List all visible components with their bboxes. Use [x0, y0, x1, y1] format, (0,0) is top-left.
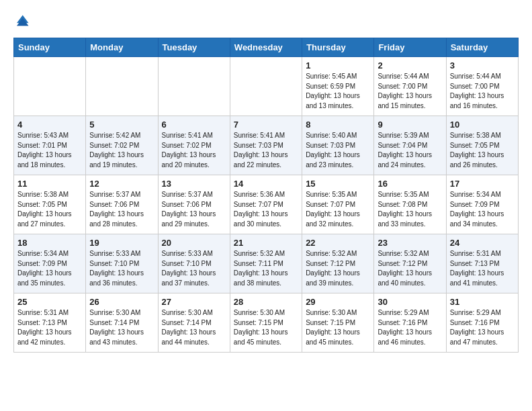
day-number: 14 — [234, 179, 298, 189]
day-number: 21 — [234, 238, 298, 248]
calendar-cell: 7Sunrise: 5:41 AM Sunset: 7:03 PM Daylig… — [230, 116, 302, 175]
logo — [13, 12, 30, 28]
calendar-cell: 1Sunrise: 5:45 AM Sunset: 6:59 PM Daylig… — [302, 57, 374, 116]
day-number: 3 — [450, 60, 515, 71]
day-number: 25 — [17, 297, 82, 307]
cell-info: Sunrise: 5:32 AM Sunset: 7:12 PM Dayligh… — [378, 249, 442, 288]
calendar-cell: 18Sunrise: 5:34 AM Sunset: 7:09 PM Dayli… — [14, 234, 86, 293]
day-number: 11 — [17, 179, 82, 189]
calendar-cell: 10Sunrise: 5:38 AM Sunset: 7:05 PM Dayli… — [446, 116, 518, 175]
cell-info: Sunrise: 5:34 AM Sunset: 7:09 PM Dayligh… — [450, 190, 515, 229]
calendar-cell: 14Sunrise: 5:36 AM Sunset: 7:07 PM Dayli… — [230, 175, 302, 234]
cell-info: Sunrise: 5:41 AM Sunset: 7:03 PM Dayligh… — [234, 131, 298, 170]
calendar-week-3: 11Sunrise: 5:38 AM Sunset: 7:05 PM Dayli… — [14, 175, 519, 234]
cell-info: Sunrise: 5:35 AM Sunset: 7:07 PM Dayligh… — [306, 190, 370, 229]
cell-info: Sunrise: 5:39 AM Sunset: 7:04 PM Dayligh… — [378, 131, 442, 170]
day-number: 31 — [450, 297, 515, 307]
cell-info: Sunrise: 5:32 AM Sunset: 7:11 PM Dayligh… — [234, 249, 298, 288]
day-number: 5 — [89, 120, 154, 130]
cell-info: Sunrise: 5:37 AM Sunset: 7:06 PM Dayligh… — [89, 190, 154, 229]
calendar-cell: 19Sunrise: 5:33 AM Sunset: 7:10 PM Dayli… — [86, 234, 158, 293]
calendar-cell: 30Sunrise: 5:29 AM Sunset: 7:16 PM Dayli… — [374, 293, 446, 353]
cell-info: Sunrise: 5:35 AM Sunset: 7:08 PM Dayligh… — [378, 190, 442, 229]
header-sunday: Sunday — [14, 38, 86, 57]
calendar-cell: 22Sunrise: 5:32 AM Sunset: 7:12 PM Dayli… — [302, 234, 374, 293]
cell-info: Sunrise: 5:40 AM Sunset: 7:03 PM Dayligh… — [306, 131, 370, 170]
day-number: 18 — [17, 238, 82, 248]
calendar-page: Sunday Monday Tuesday Wednesday Thursday… — [0, 0, 532, 365]
cell-info: Sunrise: 5:45 AM Sunset: 6:59 PM Dayligh… — [306, 72, 370, 111]
header-monday: Monday — [86, 38, 158, 57]
calendar-week-4: 18Sunrise: 5:34 AM Sunset: 7:09 PM Dayli… — [14, 234, 519, 293]
weekday-header-row: Sunday Monday Tuesday Wednesday Thursday… — [14, 38, 519, 57]
calendar-cell — [158, 57, 230, 116]
calendar-cell: 27Sunrise: 5:30 AM Sunset: 7:14 PM Dayli… — [158, 293, 230, 353]
day-number: 8 — [306, 120, 370, 130]
day-number: 19 — [89, 238, 154, 248]
cell-info: Sunrise: 5:30 AM Sunset: 7:15 PM Dayligh… — [306, 308, 370, 347]
cell-info: Sunrise: 5:29 AM Sunset: 7:16 PM Dayligh… — [450, 308, 515, 347]
calendar-cell — [86, 57, 158, 116]
calendar-cell: 23Sunrise: 5:32 AM Sunset: 7:12 PM Dayli… — [374, 234, 446, 293]
calendar-week-5: 25Sunrise: 5:31 AM Sunset: 7:13 PM Dayli… — [14, 293, 519, 353]
header-friday: Friday — [374, 38, 446, 57]
calendar-cell: 2Sunrise: 5:44 AM Sunset: 7:00 PM Daylig… — [374, 57, 446, 116]
day-number: 27 — [162, 297, 226, 307]
calendar-cell — [14, 57, 86, 116]
cell-info: Sunrise: 5:33 AM Sunset: 7:10 PM Dayligh… — [162, 249, 226, 288]
calendar-cell: 21Sunrise: 5:32 AM Sunset: 7:11 PM Dayli… — [230, 234, 302, 293]
calendar-cell: 26Sunrise: 5:30 AM Sunset: 7:14 PM Dayli… — [86, 293, 158, 353]
cell-info: Sunrise: 5:41 AM Sunset: 7:02 PM Dayligh… — [162, 131, 226, 170]
day-number: 23 — [378, 238, 442, 248]
cell-info: Sunrise: 5:30 AM Sunset: 7:14 PM Dayligh… — [162, 308, 226, 347]
cell-info: Sunrise: 5:33 AM Sunset: 7:10 PM Dayligh… — [89, 249, 154, 288]
calendar-cell: 13Sunrise: 5:37 AM Sunset: 7:06 PM Dayli… — [158, 175, 230, 234]
calendar-cell: 15Sunrise: 5:35 AM Sunset: 7:07 PM Dayli… — [302, 175, 374, 234]
cell-info: Sunrise: 5:38 AM Sunset: 7:05 PM Dayligh… — [450, 131, 515, 170]
day-number: 16 — [378, 179, 442, 189]
day-number: 26 — [89, 297, 154, 307]
cell-info: Sunrise: 5:29 AM Sunset: 7:16 PM Dayligh… — [378, 308, 442, 347]
day-number: 15 — [306, 179, 370, 189]
day-number: 17 — [450, 179, 515, 189]
cell-info: Sunrise: 5:36 AM Sunset: 7:07 PM Dayligh… — [234, 190, 298, 229]
day-number: 28 — [234, 297, 298, 307]
day-number: 10 — [450, 120, 515, 130]
cell-info: Sunrise: 5:34 AM Sunset: 7:09 PM Dayligh… — [17, 249, 82, 288]
calendar-cell: 3Sunrise: 5:44 AM Sunset: 7:00 PM Daylig… — [446, 57, 518, 116]
cell-info: Sunrise: 5:43 AM Sunset: 7:01 PM Dayligh… — [17, 131, 82, 170]
cell-info: Sunrise: 5:31 AM Sunset: 7:13 PM Dayligh… — [450, 249, 515, 288]
day-number: 7 — [234, 120, 298, 130]
day-number: 6 — [162, 120, 226, 130]
calendar-cell: 25Sunrise: 5:31 AM Sunset: 7:13 PM Dayli… — [14, 293, 86, 353]
cell-info: Sunrise: 5:31 AM Sunset: 7:13 PM Dayligh… — [17, 308, 82, 347]
day-number: 9 — [378, 120, 442, 130]
day-number: 30 — [378, 297, 442, 307]
calendar-week-2: 4Sunrise: 5:43 AM Sunset: 7:01 PM Daylig… — [14, 116, 519, 175]
cell-info: Sunrise: 5:30 AM Sunset: 7:15 PM Dayligh… — [234, 308, 298, 347]
calendar-cell: 11Sunrise: 5:38 AM Sunset: 7:05 PM Dayli… — [14, 175, 86, 234]
cell-info: Sunrise: 5:32 AM Sunset: 7:12 PM Dayligh… — [306, 249, 370, 288]
calendar-cell: 5Sunrise: 5:42 AM Sunset: 7:02 PM Daylig… — [86, 116, 158, 175]
calendar-cell: 12Sunrise: 5:37 AM Sunset: 7:06 PM Dayli… — [86, 175, 158, 234]
calendar-cell: 28Sunrise: 5:30 AM Sunset: 7:15 PM Dayli… — [230, 293, 302, 353]
cell-info: Sunrise: 5:44 AM Sunset: 7:00 PM Dayligh… — [378, 72, 442, 111]
cell-info: Sunrise: 5:42 AM Sunset: 7:02 PM Dayligh… — [89, 131, 154, 170]
day-number: 2 — [378, 60, 442, 71]
header-wednesday: Wednesday — [230, 38, 302, 57]
header — [13, 12, 519, 28]
day-number: 4 — [17, 120, 82, 130]
day-number: 1 — [306, 60, 370, 71]
day-number: 29 — [306, 297, 370, 307]
header-thursday: Thursday — [302, 38, 374, 57]
calendar-cell: 6Sunrise: 5:41 AM Sunset: 7:02 PM Daylig… — [158, 116, 230, 175]
header-tuesday: Tuesday — [158, 38, 230, 57]
calendar-cell: 16Sunrise: 5:35 AM Sunset: 7:08 PM Dayli… — [374, 175, 446, 234]
day-number: 12 — [89, 179, 154, 189]
calendar-week-1: 1Sunrise: 5:45 AM Sunset: 6:59 PM Daylig… — [14, 57, 519, 116]
header-saturday: Saturday — [446, 38, 518, 57]
cell-info: Sunrise: 5:44 AM Sunset: 7:00 PM Dayligh… — [450, 72, 515, 111]
logo-icon — [15, 12, 30, 27]
calendar-cell: 8Sunrise: 5:40 AM Sunset: 7:03 PM Daylig… — [302, 116, 374, 175]
calendar-table: Sunday Monday Tuesday Wednesday Thursday… — [13, 38, 519, 353]
